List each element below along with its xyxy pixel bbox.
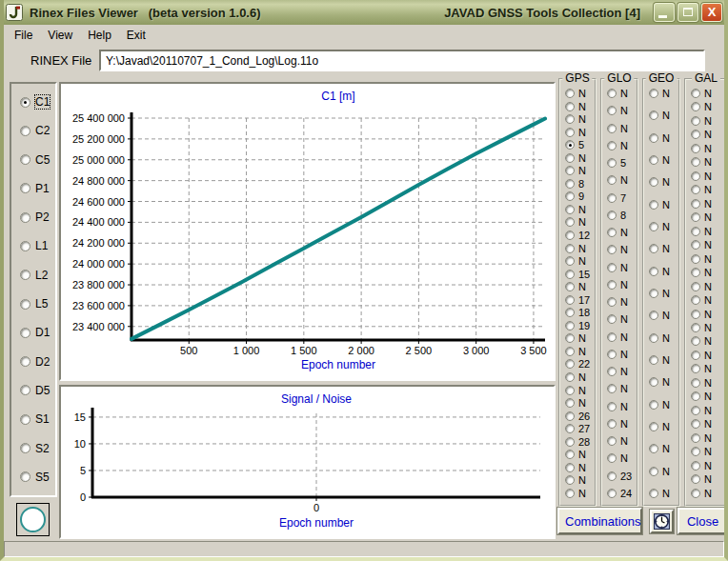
sat-geo-row-3[interactable]: N <box>649 132 678 144</box>
sat-gps-row-12[interactable]: 12 <box>565 230 595 241</box>
sat-gps-row-11[interactable]: N <box>565 216 595 228</box>
radio-sat-geo-8[interactable] <box>649 244 658 253</box>
sat-gps-row-7[interactable]: N <box>565 165 595 176</box>
sat-gps-row-4[interactable]: N <box>565 127 595 138</box>
radio-d2[interactable] <box>20 356 30 367</box>
radio-sat-geo-2[interactable] <box>649 110 658 120</box>
sat-gal-row-18[interactable]: N <box>691 322 726 333</box>
sat-glo-row-4[interactable]: N <box>607 140 637 151</box>
sat-gal-row-20[interactable]: N <box>691 350 726 361</box>
radio-sat-glo-17[interactable] <box>607 367 617 376</box>
radio-sat-gal-29[interactable] <box>691 474 700 484</box>
radio-sat-glo-13[interactable] <box>607 297 617 307</box>
sat-geo-row-17[interactable]: N <box>649 443 678 454</box>
sat-gal-row-24[interactable]: N <box>691 405 726 416</box>
sat-gal-row-14[interactable]: N <box>691 267 726 278</box>
sat-gps-row-2[interactable]: N <box>565 101 595 112</box>
radio-sat-gal-30[interactable] <box>691 489 700 498</box>
sat-gal-row-17[interactable]: N <box>691 309 726 320</box>
sat-gal-row-26[interactable]: N <box>691 432 726 444</box>
sat-glo-row-20[interactable]: N <box>607 418 637 430</box>
sat-glo-row-24[interactable]: 24 <box>607 488 637 499</box>
sat-geo-row-1[interactable]: N <box>649 88 678 99</box>
signal-type-c2[interactable]: C2 <box>20 124 55 137</box>
sat-gal-row-6[interactable]: N <box>691 156 726 168</box>
signal-type-c5[interactable]: C5 <box>20 153 55 167</box>
menu-item-view[interactable]: View <box>40 27 80 44</box>
sat-gal-row-3[interactable]: N <box>691 115 726 127</box>
signal-type-l2[interactable]: L2 <box>20 269 55 282</box>
radio-sat-gps-29[interactable] <box>565 450 575 459</box>
radio-sat-glo-10[interactable] <box>607 245 617 254</box>
sat-gps-row-14[interactable]: N <box>565 255 595 267</box>
signal-type-l5[interactable]: L5 <box>20 297 55 311</box>
signal-type-c1[interactable]: C1 <box>20 95 55 109</box>
sat-gps-row-32[interactable]: N <box>565 488 595 499</box>
sat-glo-row-13[interactable]: N <box>607 296 637 308</box>
radio-sat-geo-1[interactable] <box>649 89 658 98</box>
maximize-button[interactable] <box>677 3 698 22</box>
sat-geo-row-5[interactable]: N <box>649 176 678 188</box>
sat-glo-row-16[interactable]: N <box>607 349 637 360</box>
radio-sat-gal-11[interactable] <box>691 227 700 236</box>
sat-geo-row-2[interactable]: N <box>649 110 678 121</box>
radio-sat-glo-19[interactable] <box>607 402 617 411</box>
radio-sat-geo-14[interactable] <box>649 377 658 387</box>
sat-geo-row-12[interactable]: N <box>649 332 678 344</box>
sat-glo-row-2[interactable]: N <box>607 105 637 116</box>
radio-sat-gps-17[interactable] <box>565 295 575 305</box>
radio-sat-gal-1[interactable] <box>691 89 700 98</box>
radio-sat-gps-5[interactable] <box>565 140 575 150</box>
sat-gps-row-19[interactable]: 19 <box>565 320 595 331</box>
radio-d5[interactable] <box>20 385 30 395</box>
radio-sat-gal-6[interactable] <box>691 157 700 167</box>
sat-glo-row-14[interactable]: N <box>607 313 637 325</box>
radio-sat-gal-23[interactable] <box>691 391 700 401</box>
radio-sat-geo-17[interactable] <box>649 444 658 453</box>
sat-glo-row-17[interactable]: N <box>607 366 637 377</box>
sat-gps-row-30[interactable]: N <box>565 462 595 473</box>
signal-type-l1[interactable]: L1 <box>20 239 55 252</box>
sat-gps-row-21[interactable]: N <box>565 346 595 357</box>
radio-c1[interactable] <box>20 97 30 108</box>
radio-sat-gal-22[interactable] <box>691 378 700 388</box>
sat-gal-row-22[interactable]: N <box>691 377 726 389</box>
signal-type-s2[interactable]: S2 <box>20 442 55 455</box>
radio-sat-gal-14[interactable] <box>691 268 700 277</box>
sat-geo-row-19[interactable]: N <box>649 488 678 499</box>
sat-glo-row-6[interactable]: N <box>607 174 637 186</box>
radio-sat-gps-2[interactable] <box>565 102 575 111</box>
radio-sat-gps-16[interactable] <box>565 282 575 291</box>
radio-sat-geo-7[interactable] <box>649 222 658 231</box>
radio-sat-glo-7[interactable] <box>607 193 617 203</box>
radio-sat-gal-5[interactable] <box>691 144 700 153</box>
sat-gps-row-22[interactable]: 22 <box>565 358 595 370</box>
radio-sat-gal-21[interactable] <box>691 364 700 373</box>
radio-d1[interactable] <box>20 328 30 338</box>
radio-sat-glo-23[interactable] <box>607 471 617 481</box>
radio-sat-gps-18[interactable] <box>565 308 575 317</box>
sat-gps-row-16[interactable]: N <box>565 281 595 292</box>
signal-type-s5[interactable]: S5 <box>20 471 55 484</box>
radio-sat-gps-27[interactable] <box>565 424 575 433</box>
signal-type-p1[interactable]: P1 <box>20 182 55 195</box>
radio-sat-geo-13[interactable] <box>649 355 658 365</box>
sat-gps-row-8[interactable]: 8 <box>565 178 595 190</box>
radio-sat-glo-12[interactable] <box>607 280 617 290</box>
sat-gps-row-25[interactable]: N <box>565 397 595 409</box>
sat-gps-row-20[interactable]: N <box>565 332 595 344</box>
sat-glo-row-9[interactable]: N <box>607 227 637 238</box>
sat-glo-row-5[interactable]: 5 <box>607 157 637 169</box>
radio-sat-gal-25[interactable] <box>691 419 700 429</box>
sat-gps-row-23[interactable]: N <box>565 371 595 383</box>
radio-p2[interactable] <box>20 212 30 223</box>
radio-sat-glo-16[interactable] <box>607 350 617 359</box>
radio-sat-gps-22[interactable] <box>565 359 575 369</box>
radio-sat-geo-16[interactable] <box>649 422 658 431</box>
radio-sat-glo-5[interactable] <box>607 158 617 168</box>
radio-sat-gps-15[interactable] <box>565 270 575 279</box>
radio-sat-gal-2[interactable] <box>691 102 700 111</box>
sat-gal-row-23[interactable]: N <box>691 391 726 402</box>
radio-sat-gps-20[interactable] <box>565 333 575 343</box>
radio-sat-gps-12[interactable] <box>565 230 575 240</box>
